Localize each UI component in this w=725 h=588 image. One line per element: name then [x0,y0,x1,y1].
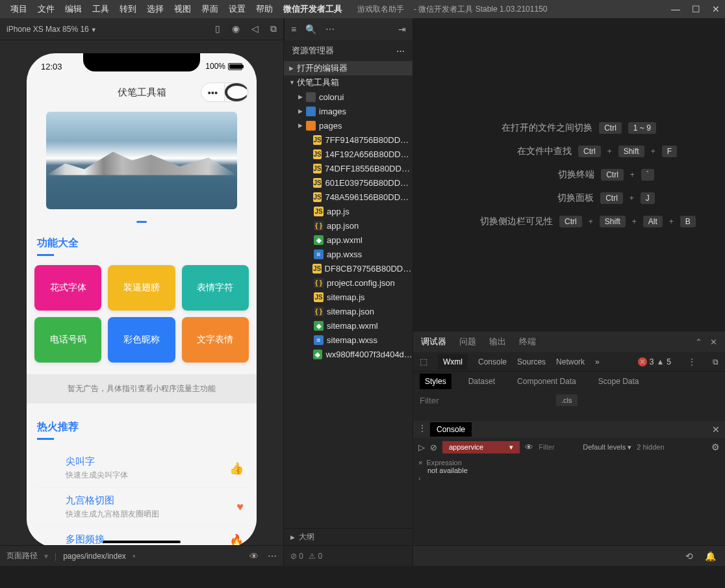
tree-row[interactable]: ◆sitemap.wxml [284,318,413,333]
menu-项目[interactable]: 项目 [5,3,32,15]
menu-界面[interactable]: 界面 [196,3,223,15]
device-icon[interactable]: ▯ [215,23,220,34]
capsule-menu-icon[interactable]: ••• [201,83,225,101]
dbg-tab-问题[interactable]: 问题 [459,336,476,348]
eye-icon[interactable]: 👁 [249,551,259,561]
menu-设置[interactable]: 设置 [223,3,251,15]
minimize-button[interactable]: — [671,4,680,14]
record-icon[interactable]: ◉ [232,23,240,34]
tree-row[interactable]: { }project.config.json [284,275,413,290]
dbg-tab-输出[interactable]: 输出 [489,336,506,348]
menu-微信开发者工具[interactable]: 微信开发者工具 [278,3,348,15]
context-selector[interactable]: appservice▾ [442,441,520,454]
warning-count[interactable]: ⚠ 0 [309,552,322,561]
menu-文件[interactable]: 文件 [32,3,60,15]
styles-tab-Dataset[interactable]: Dataset [463,374,500,389]
log-levels-selector[interactable]: Default levels ▾ [583,443,631,452]
welcome-shortcuts: 在打开的文件之间切换Ctrl1 ~ 9在文件中查找Ctrl+Shift+F切换终… [413,18,725,331]
tile-彩色昵称[interactable]: 彩色昵称 [108,317,175,363]
console-close-icon[interactable]: ✕ [712,424,720,435]
tree-row[interactable]: { }app.json [284,218,413,233]
console-prompt[interactable]: › [418,474,720,482]
tree-row[interactable]: ◆app.wxml [284,233,413,247]
console-filter-input[interactable] [539,443,578,451]
tree-row[interactable]: JSsitemap.js [284,290,413,304]
more-icon[interactable]: ⋯ [325,24,335,34]
sync-icon[interactable]: ⟲ [685,551,693,561]
devtab-Network[interactable]: Network [556,357,585,366]
list-icon[interactable]: ≡ [291,24,296,34]
tile-装逼翅膀[interactable]: 装逼翅膀 [108,265,175,311]
tree-row[interactable]: JS601E039756B80DDF06... [284,175,413,190]
detach-icon[interactable]: ⧉ [270,23,277,34]
tree-row[interactable]: JSapp.js [284,204,413,218]
tree-row[interactable]: ▶pages [284,118,413,133]
tree-row[interactable]: ▶打开的编辑器 [284,61,413,75]
tile-花式字体[interactable]: 花式字体 [34,265,101,311]
tree-row[interactable]: ≡app.wxss [284,247,413,261]
console-menu-icon[interactable]: ⋮ [418,424,426,433]
eye-icon[interactable]: 👁 [525,442,533,452]
menu-工具[interactable]: 工具 [87,3,114,15]
close-button[interactable]: ✕ [712,4,720,14]
menu-视图[interactable]: 视图 [169,3,196,15]
dbg-tab-终端[interactable]: 终端 [519,336,536,348]
bell-icon[interactable]: 🔔 [705,551,716,561]
app-content[interactable]: 功能大全 花式字体装逼翅膀表情字符电话号码彩色昵称文字表情 暂无广告，具体指引查… [27,105,257,545]
run-icon[interactable]: ▷ [418,442,425,452]
cls-toggle[interactable]: .cls [556,394,578,406]
search-icon[interactable]: 🔍 [305,24,316,34]
tile-电话号码[interactable]: 电话号码 [34,317,101,363]
list-item[interactable]: 尖叫字快速生成尖叫字体👍 [34,449,249,488]
menu-转到[interactable]: 转到 [114,3,142,15]
devtab-more[interactable]: » [595,357,600,366]
dock-icon[interactable]: ⧉ [713,357,719,366]
tree-row[interactable]: ▼伏笔工具箱 [284,75,413,90]
tree-row[interactable]: ◆wx980ff4007f3d404d.o... [284,347,413,361]
capsule-close-icon[interactable] [225,83,248,101]
error-count[interactable]: ⊘ 0 [290,552,303,561]
menu-编辑[interactable]: 编辑 [60,3,87,15]
tile-表情字符[interactable]: 表情字符 [182,265,249,311]
styles-tab-Styles[interactable]: Styles [420,374,452,389]
devtab-Console[interactable]: Console [478,357,507,366]
devtab-Sources[interactable]: Sources [517,357,546,366]
explorer-more-icon[interactable]: ⋯ [396,46,405,56]
tree-row[interactable]: ≡sitemap.wxss [284,333,413,347]
collapse-icon[interactable]: ⌃ [695,337,702,347]
tile-文字表情[interactable]: 文字表情 [182,317,249,363]
tree-row[interactable]: JS7FF9148756B80DDF19... [284,133,413,147]
mute-icon[interactable]: ◁ [251,23,259,34]
list-item[interactable]: 九宫格切图快速生成九宫格朋友圈晒图♥ [34,488,249,527]
capsule-button[interactable]: ••• [201,83,249,102]
menu-选择[interactable]: 选择 [142,3,169,15]
tree-row[interactable]: ▶colorui [284,90,413,104]
maximize-button[interactable]: ☐ [692,4,700,14]
styles-tab-Scope-Data[interactable]: Scope Data [593,374,644,389]
devtools-menu-icon[interactable]: ⋮ [688,357,696,366]
page-path[interactable]: pages/index/index [63,552,126,561]
menu-帮助[interactable]: 帮助 [251,3,278,15]
clear-icon[interactable]: ⊘ [430,442,437,452]
close-icon[interactable]: ✕ [710,337,717,347]
file-tree[interactable]: ▶打开的编辑器▼伏笔工具箱▶colorui▶images▶pagesJS7FF9… [284,61,413,528]
styles-tab-Component-Data[interactable]: Component Data [512,374,581,389]
tree-row[interactable]: ▶images [284,104,413,118]
error-summary[interactable]: ✕3 ▲5 [638,357,671,366]
tree-row[interactable]: JS748A596156B80DDF12... [284,190,413,204]
tree-row[interactable]: JSDF8CB79756B80DDFB9... [284,261,413,275]
tree-row[interactable]: { }sitemap.json [284,304,413,318]
device-selector[interactable]: iPhone XS Max 85% 16▼ [6,25,97,34]
console-tab[interactable]: Console [430,422,472,437]
devtab-Wxml[interactable]: Wxml [438,354,468,370]
gear-icon[interactable]: ⚙ [711,442,720,452]
inspect-icon[interactable]: ⬚ [420,357,427,366]
tree-row[interactable]: JS14F192A656B80DDF72... [284,147,413,161]
tree-row[interactable]: JS74DFF18556B80DDF12... [284,161,413,175]
outline-section[interactable]: ▶大纲 [284,528,413,545]
dbg-tab-调试器[interactable]: 调试器 [421,336,446,348]
more-icon[interactable]: ⋯ [268,551,277,561]
collapse-icon[interactable]: ⇥ [398,24,406,34]
banner-image[interactable] [46,112,237,209]
styles-filter-input[interactable] [413,391,556,409]
